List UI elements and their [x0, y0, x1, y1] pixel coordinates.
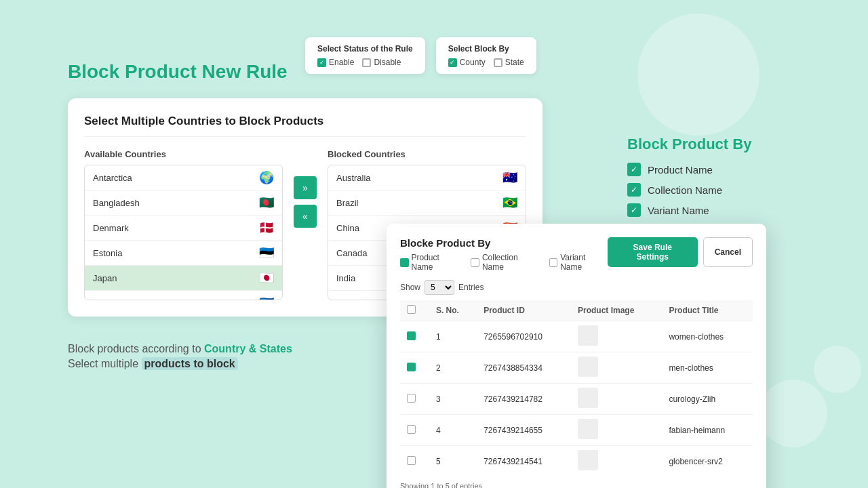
table-row: 3 7267439214782 curology-Zlih	[400, 384, 753, 415]
variant-name-checkbox[interactable]: ✓	[627, 203, 641, 217]
disable-option[interactable]: Disable	[362, 58, 401, 67]
country-name: Denmark	[93, 223, 129, 233]
modal-collection-name-option[interactable]: Collection Name	[471, 253, 539, 272]
county-checkbox[interactable]: ✓	[448, 58, 457, 67]
row-product-title: globencer-srv2	[662, 446, 753, 477]
product-name-checkbox[interactable]: ✓	[627, 163, 641, 176]
available-countries-title: Available Countries	[84, 149, 283, 159]
row-sno: 5	[429, 446, 477, 477]
modal-variant-name-option[interactable]: Variant Name	[549, 253, 608, 272]
list-item[interactable]: Antarctica 🌍	[85, 165, 282, 190]
modal-title: Blocke Product By	[400, 237, 608, 249]
available-countries-list[interactable]: Antarctica 🌍 Bangladesh 🇧🇩 Denmark 🇩🇰 Es…	[84, 165, 283, 300]
modal-actions: Save Rule Settings Cancel	[608, 237, 753, 267]
modal-product-name-option[interactable]: Product Name	[400, 253, 461, 272]
collection-name-option[interactable]: ✓ Collection Name	[627, 183, 804, 197]
list-item[interactable]: Denmark 🇩🇰	[85, 216, 282, 241]
status-rule-title: Select Status of the Rule	[317, 44, 413, 54]
products-table: S. No. Product ID Product Image Product …	[400, 300, 753, 476]
country-name: Japan	[93, 273, 117, 283]
row-checkbox[interactable]	[407, 394, 416, 403]
table-row: 5 7267439214541 globencer-srv2	[400, 446, 753, 477]
collection-name-checkbox[interactable]: ✓	[627, 183, 641, 197]
select-all-checkbox[interactable]	[407, 305, 416, 314]
product-name-option[interactable]: ✓ Product Name	[627, 163, 804, 176]
show-entries-control: Show 5 10 25 Entries	[400, 280, 753, 295]
variant-name-option[interactable]: ✓ Variant Name	[627, 203, 804, 217]
row-checkbox-cell[interactable]	[400, 352, 429, 384]
country-name: Antarctica	[93, 173, 132, 183]
row-checkbox[interactable]	[407, 456, 416, 465]
blocked-countries-title: Blocked Countries	[328, 149, 526, 159]
list-item[interactable]: Japan 🇯🇵	[85, 266, 282, 291]
list-item[interactable]: Australia 🇦🇺	[328, 165, 526, 190]
entries-select[interactable]: 5 10 25	[425, 280, 454, 295]
bottom-text: Block products according to Country & St…	[68, 343, 292, 373]
row-product-id: 7267439214655	[477, 415, 571, 446]
col-product-id: Product ID	[477, 300, 571, 321]
main-panel-title: Select Multiple Countries to Block Produ…	[84, 115, 526, 137]
block-product-by-title: Block Product By	[627, 136, 804, 153]
modal-variant-name-checkbox[interactable]	[549, 258, 558, 267]
country-flag: 🇪🇪	[259, 245, 274, 260]
row-product-id: 7267438854334	[477, 352, 571, 384]
country-flag: 🇦🇺	[502, 170, 517, 185]
row-checkbox-cell[interactable]	[400, 321, 429, 352]
save-rule-button[interactable]: Save Rule Settings	[608, 237, 698, 267]
enable-checkbox[interactable]: ✓	[317, 58, 326, 67]
product-thumbnail	[578, 357, 598, 377]
table-row: 1 7265596702910 women-clothes	[400, 321, 753, 352]
page-title: Block Product New Rule	[68, 61, 288, 83]
country-states-highlight: Country & States	[204, 343, 292, 354]
product-thumbnail	[578, 419, 598, 439]
row-product-id: 7267439214541	[477, 446, 571, 477]
country-flag: 🇰🇵	[259, 296, 274, 300]
modal-collection-name-label: Collection Name	[482, 253, 540, 272]
disable-checkbox[interactable]	[362, 58, 371, 67]
modal-product-name-label: Product Name	[412, 253, 462, 272]
country-name: Estonia	[93, 248, 122, 258]
row-product-image	[571, 415, 662, 446]
status-rule-options: ✓ Enable Disable	[317, 58, 413, 67]
entries-label: Entries	[458, 283, 484, 292]
row-checkbox-cell[interactable]	[400, 384, 429, 415]
row-checkbox[interactable]	[407, 425, 416, 434]
country-name: Australia	[336, 173, 371, 183]
row-checkbox-cell[interactable]	[400, 415, 429, 446]
move-left-button[interactable]: «	[294, 205, 317, 228]
enable-option[interactable]: ✓ Enable	[317, 58, 354, 67]
row-sno: 2	[429, 352, 477, 384]
state-checkbox[interactable]	[494, 58, 502, 67]
row-checkbox[interactable]	[407, 331, 416, 340]
product-thumbnail	[578, 388, 598, 408]
list-item[interactable]: Estonia 🇪🇪	[85, 241, 282, 266]
product-thumbnail	[578, 325, 598, 346]
variant-name-label: Variant Name	[648, 205, 709, 216]
modal-collection-name-checkbox[interactable]	[471, 258, 479, 267]
row-product-image	[571, 384, 662, 415]
row-product-image	[571, 446, 662, 477]
row-product-title: men-clothes	[662, 352, 753, 384]
state-option[interactable]: State	[494, 58, 524, 67]
list-item[interactable]: North Korea 🇰🇵	[85, 291, 282, 300]
block-product-modal: Blocke Product By Product Name Collectio…	[387, 224, 766, 488]
list-item[interactable]: Bangladesh 🇧🇩	[85, 190, 282, 216]
block-product-by-section: Block Product By ✓ Product Name ✓ Collec…	[627, 136, 804, 224]
county-option[interactable]: ✓ County	[448, 58, 486, 67]
modal-title-area: Blocke Product By Product Name Collectio…	[400, 237, 608, 272]
bg-decor-circle-2	[760, 380, 827, 447]
table-row: 2 7267438854334 men-clothes	[400, 352, 753, 384]
country-flag: 🇧🇩	[259, 195, 274, 210]
list-item[interactable]: Brazil 🇧🇷	[328, 190, 526, 216]
bottom-text-line2: Select multiple products to block	[68, 358, 292, 370]
row-product-image	[571, 352, 662, 384]
country-name: India	[336, 273, 355, 283]
row-checkbox-cell[interactable]	[400, 446, 429, 477]
row-sno: 4	[429, 415, 477, 446]
move-right-button[interactable]: »	[294, 176, 317, 199]
row-checkbox[interactable]	[407, 363, 416, 371]
table-footer: Showing 1 to 5 of entries	[400, 482, 753, 488]
modal-product-name-checkbox[interactable]	[400, 258, 409, 267]
country-flag: 🇩🇰	[259, 220, 274, 235]
cancel-button[interactable]: Cancel	[703, 237, 753, 267]
